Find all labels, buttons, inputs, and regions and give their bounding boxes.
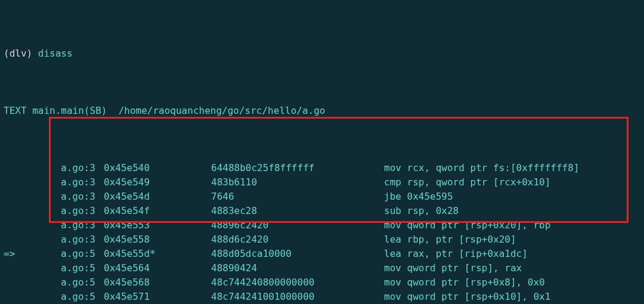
disassembly-rows: a.go:30x45e54064488b0c25f8ffffffmov rcx,… <box>0 161 644 304</box>
prompt-open: ( <box>4 46 10 61</box>
instruction: jbe 0x45e595 <box>384 190 453 204</box>
instruction: mov qword ptr [rsp+0x20], rbp <box>384 218 550 232</box>
address: 0x45e564 <box>104 261 211 275</box>
instruction: mov qword ptr [rsp+0x10], 0x1 <box>384 290 550 304</box>
disass-header: TEXT main.main(SB) /home/raoquancheng/go… <box>0 104 644 118</box>
disass-row: a.go:30x45e54064488b0c25f8ffffffmov rcx,… <box>0 161 644 175</box>
disass-row: a.go:30x45e55348896c2420mov qword ptr [r… <box>0 218 644 232</box>
terminal-output[interactable]: (dlv) disass TEXT main.main(SB) /home/ra… <box>0 0 644 304</box>
opcode-bytes: 64488b0c25f8ffffff <box>211 161 384 175</box>
disass-row: a.go:50x45e56848c744240800000000mov qwor… <box>0 275 644 290</box>
instruction: mov qword ptr [rsp+0x8], 0x0 <box>384 275 545 290</box>
source-loc: a.go:3 <box>61 190 104 204</box>
address: 0x45e540 <box>104 161 211 175</box>
opcode-bytes: 488d6c2420 <box>211 232 384 247</box>
instruction: cmp rsp, qword ptr [rcx+0x10] <box>384 175 550 190</box>
instruction: mov qword ptr [rsp], rax <box>384 261 522 275</box>
address: 0x45e553 <box>104 218 211 232</box>
opcode-bytes: 483b6110 <box>211 175 384 190</box>
command-text: disass <box>38 46 73 61</box>
opcode-bytes: 48c744240800000000 <box>211 275 384 290</box>
opcode-bytes: 48c744241001000000 <box>211 290 384 304</box>
instruction: mov rcx, qword ptr fs:[0xfffffff8] <box>384 161 580 175</box>
disass-row: =>a.go:50x45e55d*488d05dca10000lea rax, … <box>0 247 644 261</box>
prompt-close: ) <box>27 46 38 61</box>
source-loc: a.go:3 <box>61 175 104 190</box>
disass-row: a.go:50x45e56448890424mov qword ptr [rsp… <box>0 261 644 275</box>
disass-row: a.go:50x45e57148c744241001000000mov qwor… <box>0 290 644 304</box>
instruction: sub rsp, 0x28 <box>384 204 459 218</box>
address: 0x45e568 <box>104 275 211 290</box>
address: 0x45e55d* <box>104 247 211 261</box>
source-loc: a.go:3 <box>61 218 104 232</box>
disass-row: a.go:30x45e549483b6110cmp rsp, qword ptr… <box>0 175 644 190</box>
source-loc: a.go:3 <box>61 232 104 247</box>
opcode-bytes: 48896c2420 <box>211 218 384 232</box>
prompt-line-1: (dlv) disass <box>0 46 644 61</box>
opcode-bytes: 7646 <box>211 190 384 204</box>
opcode-bytes: 488d05dca10000 <box>211 247 384 261</box>
current-arrow: => <box>4 247 21 261</box>
opcode-bytes: 4883ec28 <box>211 204 384 218</box>
source-loc: a.go:3 <box>61 161 104 175</box>
instruction: lea rbp, ptr [rsp+0x20] <box>384 232 516 247</box>
address: 0x45e54d <box>104 190 211 204</box>
disass-row: a.go:30x45e558488d6c2420lea rbp, ptr [rs… <box>0 232 644 247</box>
address: 0x45e558 <box>104 232 211 247</box>
source-loc: a.go:5 <box>61 290 104 304</box>
disass-row: a.go:30x45e54d7646jbe 0x45e595 <box>0 190 644 204</box>
opcode-bytes: 48890424 <box>211 261 384 275</box>
address: 0x45e571 <box>104 290 211 304</box>
disass-row: a.go:30x45e54f4883ec28sub rsp, 0x28 <box>0 204 644 218</box>
source-loc: a.go:5 <box>61 261 104 275</box>
disass-header-text: TEXT main.main(SB) /home/raoquancheng/go… <box>4 104 325 118</box>
instruction: lea rax, ptr [rip+0xa1dc] <box>384 247 528 261</box>
source-loc: a.go:5 <box>61 247 104 261</box>
prompt-name: dlv <box>10 46 27 61</box>
address: 0x45e54f <box>104 204 211 218</box>
source-loc: a.go:3 <box>61 204 104 218</box>
source-loc: a.go:5 <box>61 275 104 290</box>
address: 0x45e549 <box>104 175 211 190</box>
